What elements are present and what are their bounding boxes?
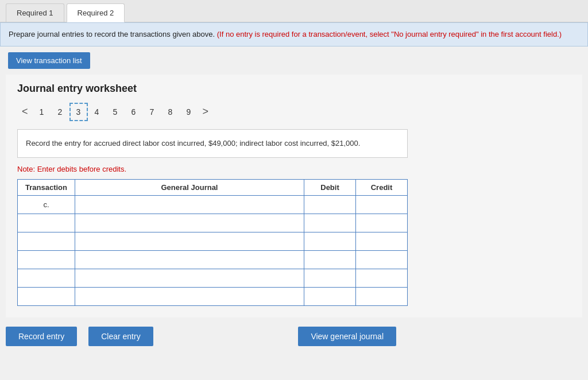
general-journal-input[interactable] [79,254,300,265]
journal-table: Transaction General Journal Debit Credit… [17,179,408,306]
general-journal-cell[interactable] [75,269,304,288]
debit-input[interactable] [308,218,352,228]
general-journal-input[interactable] [79,291,300,302]
page-btn-3[interactable]: 3 [69,103,88,121]
general-journal-input[interactable] [79,273,300,284]
note-text: Note: Enter debits before credits. [17,165,571,173]
page-btn-7[interactable]: 7 [143,103,161,121]
general-journal-cell[interactable] [75,196,304,214]
page-btn-4[interactable]: 4 [88,103,106,121]
transaction-cell: c. [18,196,75,214]
tabs-bar: Required 1 Required 2 [0,0,588,22]
debit-input[interactable] [308,236,352,247]
page-btn-2[interactable]: 2 [51,103,69,121]
col-general-journal: General Journal [75,180,304,196]
general-journal-cell[interactable] [75,288,304,306]
general-journal-cell[interactable] [75,214,304,232]
table-row [18,251,408,269]
nav-next-button[interactable]: > [198,103,214,120]
transaction-cell [18,269,75,288]
general-journal-input[interactable] [79,218,300,228]
credit-cell[interactable] [356,196,408,214]
credit-cell[interactable] [356,232,408,251]
col-debit: Debit [304,180,356,196]
debit-input[interactable] [308,273,352,284]
page-btn-9[interactable]: 9 [180,103,198,121]
credit-input[interactable] [359,291,404,302]
clear-entry-button[interactable]: Clear entry [88,327,153,346]
credit-cell[interactable] [356,251,408,269]
table-row [18,269,408,288]
page-navigation: < 1 2 3 4 5 6 7 8 9 > [17,103,571,121]
worksheet-title: Journal entry worksheet [17,83,571,95]
view-transaction-button[interactable]: View transaction list [8,52,90,69]
page-btn-6[interactable]: 6 [125,103,143,121]
debit-cell[interactable] [304,288,356,306]
transaction-cell [18,214,75,232]
credit-cell[interactable] [356,214,408,232]
view-transaction-bar: View transaction list [0,46,588,75]
nav-prev-button[interactable]: < [17,103,33,120]
tab-required2[interactable]: Required 2 [67,3,125,22]
debit-cell[interactable] [304,232,356,251]
transaction-cell [18,251,75,269]
general-journal-input[interactable] [79,236,300,247]
table-row [18,214,408,232]
col-credit: Credit [356,180,408,196]
tab-required1[interactable]: Required 1 [6,3,64,22]
table-row [18,232,408,251]
view-general-journal-button[interactable]: View general journal [298,327,396,346]
table-row [18,288,408,306]
debit-input[interactable] [308,199,352,210]
debit-cell[interactable] [304,196,356,214]
credit-cell[interactable] [356,288,408,306]
debit-cell[interactable] [304,214,356,232]
instructions-parenthetical: (If no entry is required for a transacti… [217,30,562,38]
instructions-banner: Prepare journal entries to record the tr… [0,22,588,46]
instructions-main: Prepare journal entries to record the tr… [9,30,215,38]
page-btn-8[interactable]: 8 [161,103,180,121]
general-journal-input[interactable] [79,199,300,210]
debit-input[interactable] [308,291,352,302]
credit-cell[interactable] [356,269,408,288]
credit-input[interactable] [359,218,404,228]
credit-input[interactable] [359,273,404,284]
debit-input[interactable] [308,254,352,265]
debit-cell[interactable] [304,269,356,288]
worksheet-container: Journal entry worksheet < 1 2 3 4 5 6 7 … [6,75,582,318]
transaction-cell [18,232,75,251]
page-btn-1[interactable]: 1 [33,103,51,121]
bottom-buttons-row: Record entry Clear entry View general jo… [0,327,402,346]
credit-input[interactable] [359,254,404,265]
credit-input[interactable] [359,199,404,210]
general-journal-cell[interactable] [75,251,304,269]
credit-input[interactable] [359,236,404,247]
col-transaction: Transaction [18,180,75,196]
table-row: c. [18,196,408,214]
entry-description: Record the entry for accrued direct labo… [17,129,408,158]
debit-cell[interactable] [304,251,356,269]
page-btn-5[interactable]: 5 [106,103,125,121]
record-entry-button[interactable]: Record entry [6,327,77,346]
general-journal-cell[interactable] [75,232,304,251]
transaction-cell [18,288,75,306]
